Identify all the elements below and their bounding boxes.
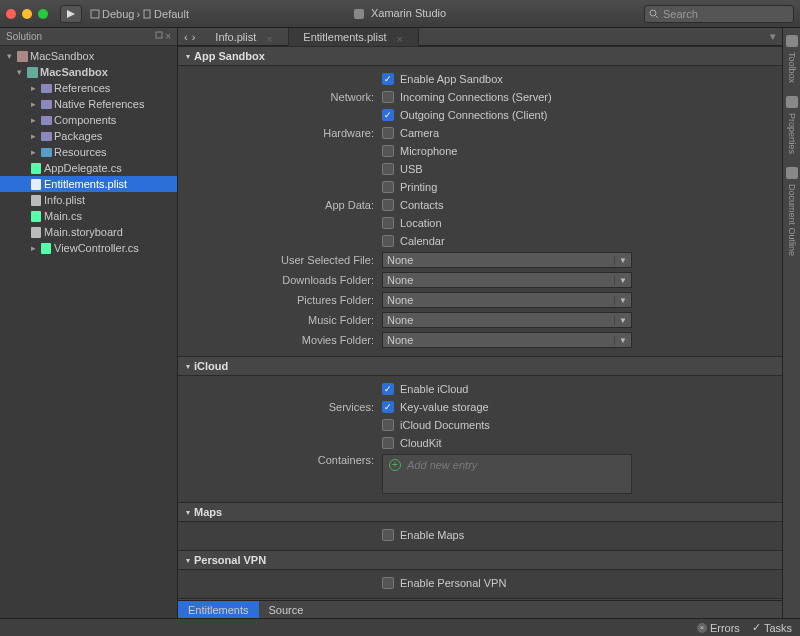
config-separator: ›	[136, 8, 140, 20]
services-label: Services:	[192, 401, 382, 413]
location-checkbox[interactable]	[382, 217, 394, 229]
checkbox-label: Key-value storage	[400, 401, 489, 413]
tree-folder[interactable]: ▸Packages	[0, 128, 177, 144]
pictures-label: Pictures Folder:	[192, 294, 382, 306]
config-selector[interactable]: Debug › Default	[90, 8, 189, 20]
errors-status[interactable]: ×Errors	[697, 622, 740, 634]
kvs-checkbox[interactable]	[382, 401, 394, 413]
folder-icon	[40, 82, 52, 94]
chevron-right-icon[interactable]: ▸	[28, 115, 38, 125]
entitlements-view-tab[interactable]: Entitlements	[178, 601, 259, 619]
chevron-down-icon[interactable]: ▾	[186, 52, 190, 61]
svg-rect-5	[156, 32, 162, 38]
minimize-window-icon[interactable]	[22, 9, 32, 19]
toolbox-icon[interactable]	[786, 35, 798, 47]
tree-file[interactable]: Main.cs	[0, 208, 177, 224]
tab-overflow-menu[interactable]: ▾	[764, 30, 782, 43]
right-rail: Toolbox Properties Document Outline	[782, 28, 800, 618]
document-outline-icon[interactable]	[786, 167, 798, 179]
back-icon[interactable]: ‹	[184, 31, 188, 43]
run-button[interactable]	[60, 5, 82, 23]
tree-file[interactable]: AppDelegate.cs	[0, 160, 177, 176]
entitlements-editor[interactable]: ▾App Sandbox Enable App Sandbox Network:…	[178, 46, 782, 600]
chevron-down-icon[interactable]: ▾	[14, 67, 24, 77]
popup-value: None	[387, 314, 413, 326]
solution-node[interactable]: ▾ MacSandbox	[0, 48, 177, 64]
chevron-down-icon[interactable]: ▾	[4, 51, 14, 61]
tree-file[interactable]: ▸ViewController.cs	[0, 240, 177, 256]
plist-file-icon	[30, 194, 42, 206]
usb-checkbox[interactable]	[382, 163, 394, 175]
section-icloud[interactable]: ▾iCloud	[178, 356, 782, 376]
solution-tree[interactable]: ▾ MacSandbox ▾ MacSandbox ▸References ▸N…	[0, 46, 177, 618]
section-app-sandbox[interactable]: ▾App Sandbox	[178, 46, 782, 66]
enable-app-sandbox-checkbox[interactable]	[382, 73, 394, 85]
tree-folder[interactable]: ▸Native References	[0, 96, 177, 112]
chevron-right-icon[interactable]: ▸	[28, 99, 38, 109]
svg-rect-9	[41, 100, 52, 109]
movies-folder-popup[interactable]: None▼	[382, 332, 632, 348]
chevron-down-icon[interactable]: ▾	[186, 556, 190, 565]
chevron-right-icon[interactable]: ▸	[28, 131, 38, 141]
user-selected-file-popup[interactable]: None▼	[382, 252, 632, 268]
printing-checkbox[interactable]	[382, 181, 394, 193]
icloud-containers-list[interactable]: +Add new entry	[382, 454, 632, 494]
tree-file[interactable]: Info.plist	[0, 192, 177, 208]
section-personal-vpn[interactable]: ▾Personal VPN	[178, 550, 782, 570]
properties-pad[interactable]: Properties	[787, 113, 797, 154]
outgoing-connections-checkbox[interactable]	[382, 109, 394, 121]
microphone-checkbox[interactable]	[382, 145, 394, 157]
close-icon[interactable]: ×	[396, 33, 404, 41]
global-search-input[interactable]: Search	[644, 5, 794, 23]
chevron-down-icon[interactable]: ▾	[186, 362, 190, 371]
pictures-folder-popup[interactable]: None▼	[382, 292, 632, 308]
target-label: Default	[154, 8, 189, 20]
checkbox-label: Enable Personal VPN	[400, 577, 506, 589]
close-window-icon[interactable]	[6, 9, 16, 19]
folder-icon	[40, 98, 52, 110]
chevron-right-icon[interactable]: ▸	[28, 83, 38, 93]
sidebar-pin-icon[interactable]: ×	[155, 31, 171, 42]
chevron-down-icon[interactable]: ▾	[186, 508, 190, 517]
tab-entitlements-plist[interactable]: Entitlements.plist×	[289, 28, 419, 46]
tree-folder[interactable]: ▸Components	[0, 112, 177, 128]
tasks-status[interactable]: ✓Tasks	[752, 621, 792, 634]
chevron-down-icon: ▼	[614, 316, 627, 325]
music-folder-popup[interactable]: None▼	[382, 312, 632, 328]
search-icon	[649, 9, 659, 19]
zoom-window-icon[interactable]	[38, 9, 48, 19]
section-title: iCloud	[194, 360, 228, 372]
tab-info-plist[interactable]: Info.plist×	[201, 28, 289, 46]
forward-icon[interactable]: ›	[192, 31, 196, 43]
properties-icon[interactable]	[786, 96, 798, 108]
document-outline-pad[interactable]: Document Outline	[787, 184, 797, 256]
tree-folder[interactable]: ▸References	[0, 80, 177, 96]
checkbox-label: CloudKit	[400, 437, 442, 449]
contacts-checkbox[interactable]	[382, 199, 394, 211]
icloud-documents-checkbox[interactable]	[382, 419, 394, 431]
toolbox-pad[interactable]: Toolbox	[787, 52, 797, 83]
project-node[interactable]: ▾ MacSandbox	[0, 64, 177, 80]
camera-checkbox[interactable]	[382, 127, 394, 139]
enable-vpn-checkbox[interactable]	[382, 577, 394, 589]
history-nav[interactable]: ‹›	[178, 31, 201, 43]
enable-icloud-checkbox[interactable]	[382, 383, 394, 395]
calendar-checkbox[interactable]	[382, 235, 394, 247]
enable-maps-checkbox[interactable]	[382, 529, 394, 541]
source-view-tab[interactable]: Source	[259, 601, 314, 619]
tree-folder[interactable]: ▸Resources	[0, 144, 177, 160]
popup-value: None	[387, 274, 413, 286]
close-icon[interactable]: ×	[266, 33, 274, 41]
tree-file-selected[interactable]: Entitlements.plist	[0, 176, 177, 192]
add-icon[interactable]: +	[389, 459, 401, 471]
folder-icon	[40, 114, 52, 126]
chevron-right-icon[interactable]: ▸	[28, 243, 38, 253]
chevron-right-icon[interactable]: ▸	[28, 147, 38, 157]
downloads-folder-popup[interactable]: None▼	[382, 272, 632, 288]
tree-file[interactable]: Main.storyboard	[0, 224, 177, 240]
cloudkit-checkbox[interactable]	[382, 437, 394, 449]
section-maps[interactable]: ▾Maps	[178, 502, 782, 522]
tree-label: Info.plist	[44, 194, 85, 206]
checkbox-label: iCloud Documents	[400, 419, 490, 431]
incoming-connections-checkbox[interactable]	[382, 91, 394, 103]
